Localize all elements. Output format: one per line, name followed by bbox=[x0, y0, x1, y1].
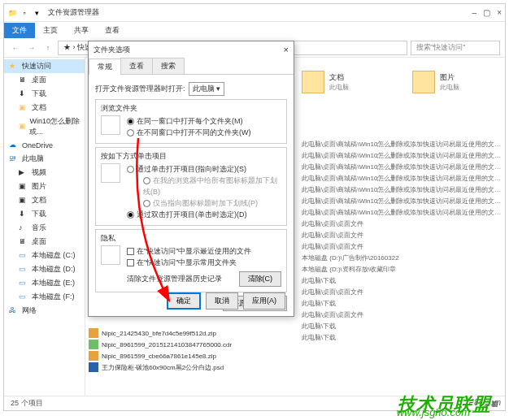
recent-file-item[interactable]: 此电脑\桌面\商城稿\Win10怎么删除或添加快速访问易最近使用的文件记录 bbox=[302, 162, 505, 173]
sidebar-item-downloads[interactable]: ⬇下载 bbox=[4, 207, 85, 221]
radio-single-click[interactable] bbox=[127, 166, 134, 173]
drive-icon: ▭ bbox=[19, 251, 28, 261]
file-item[interactable]: 王力保险柜·碳池60x90cm黑2公分白边.psd bbox=[89, 362, 284, 373]
browse-icon bbox=[101, 115, 120, 135]
folder-icon bbox=[412, 71, 435, 93]
sidebar-item-drive-c[interactable]: ▭本地磁盘 (C:) bbox=[4, 249, 85, 262]
radio-same-window[interactable] bbox=[127, 118, 134, 125]
recent-file-item[interactable]: 本地磁盘 (D:)\资料存放\收藏印章 bbox=[302, 264, 505, 275]
cdr-icon bbox=[89, 340, 98, 349]
folder-tile-documents[interactable]: 文档 此电脑 bbox=[302, 71, 383, 93]
zip-icon bbox=[89, 351, 98, 361]
music-icon: ♪ bbox=[19, 223, 28, 233]
zip-icon bbox=[89, 328, 98, 338]
tab-view[interactable]: 查看 bbox=[120, 58, 153, 74]
qat-icon[interactable]: ▫ bbox=[20, 8, 29, 18]
radio-new-window[interactable] bbox=[127, 129, 134, 136]
checkbox-recent-files[interactable] bbox=[127, 248, 134, 255]
privacy-group: 隐私 在"快速访问"中显示最近使用的文件 在"快速访问"中显示常用文件夹 清除文… bbox=[95, 229, 287, 292]
sidebar-item-thispc[interactable]: 🖳此电脑 bbox=[4, 152, 85, 166]
radio-underline-hover bbox=[143, 200, 150, 207]
sidebar-item-music[interactable]: ♪音乐 bbox=[4, 221, 85, 235]
forward-button[interactable]: → bbox=[25, 41, 38, 54]
file-item[interactable]: Nipic_8961599_cbe66a7861e145e8.zip bbox=[89, 350, 284, 362]
apply-button[interactable]: 应用(A) bbox=[243, 292, 285, 310]
recent-file-item[interactable]: 此电脑\桌面\桌面文件 bbox=[302, 241, 505, 253]
recent-file-item[interactable]: 此电脑\下载 bbox=[302, 275, 505, 287]
recent-file-item[interactable]: 此电脑\桌面\商城稿\Win10怎么删除或添加快速访问易最近使用的文件记录 bbox=[302, 139, 505, 150]
sidebar-item-desktop[interactable]: 🖥桌面 bbox=[4, 73, 85, 87]
recent-file-item[interactable]: 此电脑\桌面\商城稿\Win10怎么删除或添加快速访问易最近使用的文件记录 bbox=[302, 150, 505, 162]
recent-file-item[interactable]: 此电脑\下载 bbox=[302, 332, 505, 344]
recent-file-item[interactable]: 此电脑\桌面\桌面文件 bbox=[302, 219, 505, 230]
sidebar-item-documents[interactable]: ▣文档 bbox=[4, 101, 85, 115]
sidebar-item-onedrive[interactable]: ☁OneDrive bbox=[4, 139, 85, 152]
tab-general[interactable]: 常规 bbox=[89, 58, 121, 75]
recent-file-item[interactable]: 此电脑\下载 bbox=[302, 298, 505, 310]
tab-share[interactable]: 共享 bbox=[66, 23, 97, 38]
dialog-buttons: 确定 取消 应用(A) bbox=[167, 292, 285, 310]
sidebar-item-documents[interactable]: ▣文档 bbox=[4, 193, 85, 207]
recent-file-item[interactable]: 此电脑\桌面\桌面文件 bbox=[302, 230, 505, 241]
sidebar-item-desktop[interactable]: 🖥桌面 bbox=[4, 235, 85, 249]
minimize-button[interactable]: – bbox=[472, 8, 477, 17]
drive-icon: ▭ bbox=[19, 279, 28, 288]
ok-button[interactable]: 确定 bbox=[167, 292, 201, 310]
tab-view[interactable]: 查看 bbox=[97, 23, 128, 38]
sidebar-item-pictures[interactable]: ▣图片 bbox=[4, 180, 85, 193]
clear-button[interactable]: 清除(C) bbox=[239, 271, 282, 287]
back-button[interactable]: ← bbox=[9, 41, 22, 54]
sidebar-item-downloads[interactable]: ⬇下载 bbox=[4, 87, 85, 101]
folder-tile-pictures[interactable]: 图片 此电脑 bbox=[412, 71, 494, 93]
recent-file-item[interactable]: 此电脑\桌面\桌面文件 bbox=[302, 310, 505, 321]
recent-file-item[interactable]: 此电脑\桌面\商城稿\Win10怎么删除或添加快速访问易最近使用的文件记录 bbox=[302, 173, 505, 184]
dialog-tabs: 常规 查看 搜索 bbox=[89, 58, 294, 75]
desktop-icon: 🖥 bbox=[19, 237, 28, 247]
tab-home[interactable]: 主页 bbox=[35, 23, 66, 38]
recent-file-item[interactable]: 此电脑\桌面\商城稿\Win10怎么删除或添加快速访问易最近使用的文件记录 bbox=[302, 184, 505, 196]
dialog-close-button[interactable]: × bbox=[284, 45, 289, 54]
search-input[interactable]: 搜索"快速访问" bbox=[411, 41, 500, 55]
sidebar-item-videos[interactable]: ▶视频 bbox=[4, 166, 85, 180]
up-button[interactable]: ↑ bbox=[41, 41, 54, 54]
recent-file-item[interactable]: 此电脑\桌面\桌面文件 bbox=[302, 287, 505, 298]
recent-file-item[interactable]: 本地磁盘 (D:)\广告制作\20160322 bbox=[302, 253, 505, 264]
ribbon-tabs: 文件 主页 共享 查看 bbox=[4, 22, 505, 38]
recent-files-list: 此电脑\桌面\商城稿\Win10怎么删除或添加快速访问易最近使用的文件记录此电脑… bbox=[302, 139, 505, 344]
tab-search[interactable]: 搜索 bbox=[152, 58, 185, 74]
cancel-button[interactable]: 取消 bbox=[206, 292, 238, 310]
folder-icon: 📁 bbox=[7, 8, 17, 18]
folder-icon: ▣ bbox=[19, 103, 28, 113]
close-button[interactable]: × bbox=[497, 8, 502, 17]
tab-file[interactable]: 文件 bbox=[4, 23, 35, 38]
video-icon: ▶ bbox=[19, 168, 28, 178]
maximize-button[interactable]: ▢ bbox=[483, 8, 490, 17]
checkbox-frequent-folders[interactable] bbox=[127, 259, 134, 266]
folder-icon bbox=[302, 71, 324, 93]
sidebar-item-quickaccess[interactable]: ★快速访问 bbox=[4, 59, 85, 73]
sidebar-item-folder[interactable]: ▣Win10怎么删除或... bbox=[4, 115, 85, 139]
radio-double-click[interactable] bbox=[127, 211, 134, 219]
sidebar-item-drive-d[interactable]: ▭本地磁盘 (D:) bbox=[4, 262, 85, 276]
recent-file-item[interactable]: 此电脑\下载 bbox=[302, 321, 505, 332]
click-items-group: 按如下方式单击项目 通过单击打开项目(指向时选定)(S) 在我的浏览器中给所有图… bbox=[95, 147, 287, 226]
drive-icon: ▭ bbox=[19, 292, 28, 302]
sidebar-item-drive-e[interactable]: ▭本地磁盘 (E:) bbox=[4, 276, 85, 290]
file-item[interactable]: Nipic_8961599_20151214103847765000.cdr bbox=[89, 339, 284, 350]
open-target-select[interactable]: 此电脑 ▾ bbox=[189, 82, 225, 96]
psd-icon bbox=[89, 362, 98, 372]
qat-icon[interactable]: ▾ bbox=[32, 8, 41, 18]
recent-file-item[interactable]: 此电脑\桌面\商城稿\Win10怎么删除或添加快速访问易最近使用的文件记录 bbox=[302, 196, 505, 207]
download-icon: ⬇ bbox=[19, 210, 28, 219]
sidebar-item-network[interactable]: 🖧网络 bbox=[4, 304, 85, 318]
recent-file-item[interactable]: 此电脑\桌面\商城稿\Win10怎么删除或添加快速访问易最近使用的文件记录 bbox=[302, 207, 505, 219]
star-icon: ★ bbox=[9, 62, 19, 71]
privacy-icon bbox=[101, 245, 120, 265]
pc-icon: 🖳 bbox=[9, 154, 19, 164]
file-list: Nipic_21425430_bfe7d4c5e99f512d.zipNipic… bbox=[89, 327, 284, 373]
download-icon: ⬇ bbox=[19, 89, 28, 99]
file-item[interactable]: Nipic_21425430_bfe7d4c5e99f512d.zip bbox=[89, 327, 284, 339]
click-icon bbox=[101, 163, 120, 183]
dialog-titlebar: 文件夹选项 × bbox=[89, 41, 294, 58]
sidebar-item-drive-f[interactable]: ▭本地磁盘 (F:) bbox=[4, 290, 85, 304]
